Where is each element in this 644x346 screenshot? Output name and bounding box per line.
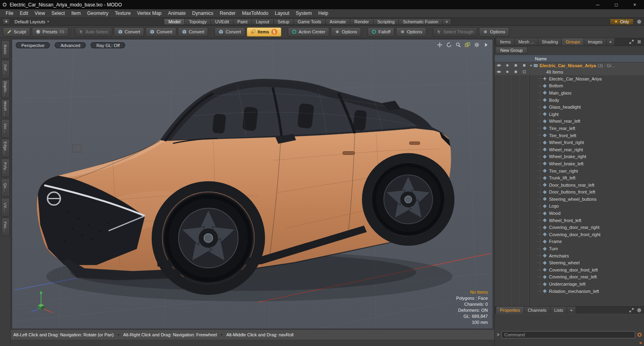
gear-icon[interactable] [637, 19, 642, 24]
layout-tab-model[interactable]: Model [164, 19, 185, 25]
group-item[interactable]: Wheel_rear_right [495, 146, 644, 153]
layout-tab-setup[interactable]: Setup [274, 19, 294, 25]
left-tab-uv[interactable]: UV... [1, 198, 10, 216]
layout-tab-topology[interactable]: Topology [185, 19, 211, 25]
only-button[interactable]: ★ Only [610, 19, 634, 25]
bottom-tab-lists[interactable]: Lists [551, 307, 568, 314]
group-item[interactable]: Tire_raer_right [495, 167, 644, 175]
lock-toggle-icon[interactable] [522, 63, 526, 68]
toolbar-convert-button[interactable]: Convert [114, 27, 144, 37]
toolbar-convert-button[interactable]: Convert [215, 27, 245, 37]
add-bottom-tab-button[interactable]: + [567, 307, 576, 314]
group-item[interactable]: Tire_rear_left [495, 125, 644, 132]
group-item[interactable]: Wheel_rear_left [495, 118, 644, 125]
menu-texture[interactable]: Texture [111, 10, 134, 17]
menu-file[interactable]: File [2, 10, 17, 17]
orbit-icon[interactable] [446, 42, 452, 47]
group-item[interactable]: Wheel_front_right [495, 139, 644, 146]
group-item[interactable]: Tire_front_left [495, 132, 644, 139]
menu-view[interactable]: View [31, 10, 48, 17]
toolbar-select-through-button[interactable]: Select Through [433, 27, 477, 37]
toolbar-options-button[interactable]: Options [331, 27, 361, 37]
menu-edit[interactable]: Edit [17, 10, 31, 17]
group-item[interactable]: Bottom [495, 82, 644, 90]
lock-toggle-icon[interactable] [522, 70, 526, 74]
group-item[interactable]: Light [495, 111, 644, 118]
gear-icon[interactable] [474, 42, 479, 47]
command-history-icon[interactable] [637, 332, 642, 337]
left-tab-fus[interactable]: Fus... [1, 218, 10, 236]
menu-render[interactable]: Render [217, 10, 239, 17]
command-input[interactable] [502, 331, 635, 338]
shader-dot-icon[interactable] [505, 70, 510, 74]
group-item[interactable]: Armchairs [495, 252, 644, 260]
bottom-tab-properties[interactable]: Properties [496, 307, 524, 314]
group-count-row[interactable]: 49 Items [495, 69, 644, 75]
toolbar-options-button[interactable]: Options [396, 27, 426, 37]
toolbar-convert-button[interactable]: Convert [146, 27, 176, 37]
panel-expand-icon[interactable]: » [639, 340, 642, 346]
layout-tab-scripting[interactable]: Scripting [374, 19, 399, 25]
panel-menu-icon[interactable] [637, 39, 642, 44]
left-tab-edge[interactable]: Edge... [1, 139, 10, 157]
toolbar-convert-button[interactable]: Convert [178, 27, 208, 37]
group-item[interactable]: Covering_door_front_left [495, 266, 644, 274]
viewport-advanced-button[interactable]: Advanced [55, 42, 86, 48]
panel-tab-groups[interactable]: Groups [562, 38, 584, 45]
group-item[interactable]: Electric_Car_Nissan_Ariya [495, 75, 644, 82]
layout-up-icon[interactable] [2, 19, 10, 25]
left-tab-basic[interactable]: Basic [1, 40, 10, 59]
group-item[interactable]: Turn [495, 245, 644, 252]
group-item[interactable]: Frame [495, 238, 644, 245]
panel-tab-images[interactable]: Images [584, 38, 606, 45]
group-item[interactable]: Steering_wheel_buttons [495, 196, 644, 203]
menu-help[interactable]: Help [315, 10, 332, 17]
snap-icon[interactable] [465, 42, 470, 47]
toolbar-sculpt-button[interactable]: Sculpt [3, 27, 30, 37]
group-item[interactable]: Glass_headlight [495, 103, 644, 111]
group-item[interactable]: Door_buttons_front_left [495, 189, 644, 196]
pan-icon[interactable] [437, 42, 442, 47]
menu-dynamics[interactable]: Dynamics [189, 10, 217, 17]
group-item[interactable]: Rotation_mechanism_left [495, 288, 644, 295]
arrow-right-icon[interactable] [483, 42, 489, 47]
minimize-button[interactable]: ─ [588, 0, 607, 9]
viewport-3d[interactable]: PerspectiveAdvancedRay GL: Off No Items … [12, 39, 493, 329]
render-toggle-icon[interactable] [514, 63, 518, 68]
left-tab-qu[interactable]: Qu... [1, 178, 10, 197]
layout-tab-schematic-fusion[interactable]: Schematic Fusion [399, 19, 442, 25]
toolbar-presets-button[interactable]: PresetsF6 [32, 27, 68, 37]
group-row[interactable]: ▾ Electric_Car_Nissan_Ariya (3) : Gr... [495, 62, 644, 69]
layout-tab-layout[interactable]: Layout [252, 19, 274, 25]
toolbar-items-button[interactable]: Items5 [247, 27, 281, 37]
group-item[interactable]: Wheel_brake_left [495, 160, 644, 167]
magnifier-icon[interactable] [456, 42, 461, 47]
panel-tab-mesh[interactable]: Mesh ... [515, 38, 538, 45]
maximize-button[interactable]: □ [607, 0, 625, 9]
gear-icon[interactable] [637, 308, 642, 313]
viewport-ray-gl-off-button[interactable]: Ray GL: Off [91, 42, 125, 48]
axis-gizmo-icon[interactable] [27, 289, 56, 315]
shader-dot-icon[interactable] [505, 63, 510, 68]
panel-tab-shading[interactable]: Shading [538, 38, 562, 45]
panel-tab-items[interactable]: Items [496, 38, 515, 45]
layout-tab-game-tools[interactable]: Game Tools [294, 19, 326, 25]
popout-icon[interactable] [629, 39, 634, 44]
layouts-dropdown[interactable]: Default Layouts ▾ [12, 19, 51, 24]
group-item[interactable]: Wood [495, 210, 644, 217]
visibility-eye-icon[interactable] [497, 63, 501, 68]
group-item[interactable]: Main_glass [495, 89, 644, 97]
new-group-button[interactable]: New Group [495, 47, 528, 54]
left-tab-mesh[interactable]: Mesh ... [1, 99, 10, 118]
left-tab-duplic[interactable]: Duplic... [1, 80, 10, 98]
layout-tab-animate[interactable]: Animate [326, 19, 350, 25]
toolbar-action-center-button[interactable]: Action Center [288, 27, 330, 37]
left-tab-poly[interactable]: Poly... [1, 159, 10, 177]
group-item[interactable]: Steering_wheel [495, 259, 644, 266]
toolbar-auto-select-button[interactable]: Auto Select [75, 27, 112, 37]
toolbar-options-button[interactable]: Options [479, 27, 509, 37]
expand-arrow-icon[interactable]: ▾ [530, 64, 532, 68]
group-item[interactable]: Logo [495, 203, 644, 210]
group-item[interactable]: Body [495, 97, 644, 104]
group-item[interactable]: Covering_door_rear_right [495, 224, 644, 231]
